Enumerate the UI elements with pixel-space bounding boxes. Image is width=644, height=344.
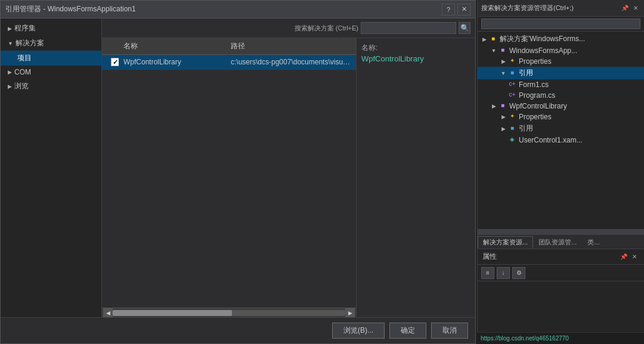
solution-search-bar: [478, 17, 644, 32]
usercontrol-icon: ◈: [507, 136, 517, 144]
sidebar: ▶ 程序集 ▼ 解决方案 项目 ▶ COM ▶ 浏览: [1, 18, 102, 317]
winforms-app-label: WindowsFormsApp...: [509, 47, 577, 55]
usercontrol-label: UserControl1.xam...: [519, 136, 583, 144]
search-box: 搜索解决方案 (Ctrl+E) 🔍: [295, 22, 470, 34]
solution-tree: ▶ ■ 解决方案'WindowsForms... ▼ ■ WindowsForm…: [478, 32, 644, 229]
ok-button[interactable]: 确定: [389, 323, 426, 339]
dialog-body: ▶ 程序集 ▼ 解决方案 项目 ▶ COM ▶ 浏览: [1, 18, 475, 317]
form1-label: Form1.cs: [519, 80, 549, 89]
properties-panel-controls: 📌 ✕: [619, 252, 639, 262]
tab-team[interactable]: 团队资源管...: [533, 236, 582, 249]
solution-node-label: 解决方案'WindowsForms...: [500, 34, 585, 44]
col-header-check: [102, 40, 119, 52]
tree-node-winforms-app[interactable]: ▼ ■ WindowsFormsApp...: [478, 45, 644, 56]
pin-button[interactable]: 📌: [620, 4, 630, 13]
assemblies-arrow: ▶: [8, 26, 12, 32]
panel-controls: 📌 ✕: [620, 4, 640, 13]
program-icon: c+: [507, 91, 517, 100]
solution-explorer-title: 搜索解决方案资源管理器(Ctrl+;): [481, 4, 574, 13]
tree-node-wpflib[interactable]: ▶ ■ WpfControlLibrary: [478, 101, 644, 111]
row-checkbox-cell: [102, 57, 119, 67]
hscroll-right-arrow[interactable]: ▶: [345, 308, 355, 318]
com-arrow: ▶: [8, 69, 12, 75]
properties-panel: 属性 📌 ✕ ≡ ↓ ⚙: [478, 249, 644, 344]
search-icon: 🔍: [460, 24, 469, 32]
form1-icon: c+: [507, 80, 517, 89]
wpflib-arrow: ▶: [490, 103, 498, 109]
hscroll-track[interactable]: [113, 310, 345, 316]
tab-class[interactable]: 类...: [582, 236, 605, 249]
properties2-arrow: ▶: [499, 114, 507, 120]
right-panel-tabs: 解决方案资源... 团队资源管... 类...: [478, 234, 644, 249]
table-area: 名称 路径 WpfControlLibrary c:\users\dcs-pg0…: [102, 38, 475, 317]
browse-arrow: ▶: [8, 83, 12, 89]
references2-label: 引用: [519, 123, 533, 134]
sidebar-item-assemblies[interactable]: ▶ 程序集: [1, 21, 101, 36]
assemblies-label: 程序集: [14, 23, 36, 33]
sidebar-item-com[interactable]: ▶ COM: [1, 66, 101, 79]
bottom-divider: [478, 229, 644, 234]
properties2-icon: ✦: [507, 113, 517, 121]
col-header-name: 名称: [119, 40, 226, 52]
references-label: 引用: [519, 68, 533, 78]
properties-pin-button[interactable]: 📌: [619, 252, 628, 262]
com-label: COM: [14, 68, 31, 76]
sidebar-item-projects[interactable]: 项目: [1, 51, 101, 66]
hscroll-left-arrow[interactable]: ◀: [103, 308, 113, 318]
hscroll-thumb[interactable]: [113, 310, 232, 316]
search-input[interactable]: [361, 22, 456, 34]
tree-node-references[interactable]: ▼ ■ 引用: [478, 67, 644, 79]
references-arrow: ▼: [499, 70, 507, 76]
tree-node-properties2[interactable]: ▶ ✦ Properties: [478, 111, 644, 122]
wpflib-icon: ■: [498, 102, 507, 110]
projects-label: 项目: [17, 53, 32, 63]
table-row[interactable]: WpfControlLibrary c:\users\dcs-pg007\doc…: [102, 55, 356, 70]
solution-node-icon: ■: [488, 35, 498, 44]
url-text: https://blog.csdn.net/q465162770: [481, 335, 569, 342]
browse-label: 浏览: [14, 81, 29, 91]
tree-node-references2[interactable]: ▶ ■ 引用: [478, 122, 644, 135]
table-container: 名称 路径 WpfControlLibrary c:\users\dcs-pg0…: [102, 38, 356, 317]
ref-info-panel: 名称: WpfControlLibrary: [356, 38, 475, 317]
cancel-button[interactable]: 取消: [431, 323, 468, 339]
resize-handle[interactable]: [478, 230, 644, 234]
props-toolbar: ≡ ↓ ⚙: [478, 265, 644, 281]
winforms-app-arrow: ▼: [490, 48, 498, 54]
solution-label: 解决方案: [16, 38, 44, 48]
sidebar-item-browse[interactable]: ▶ 浏览: [1, 79, 101, 94]
tree-node-program[interactable]: c+ Program.cs: [478, 90, 644, 101]
props-settings-btn[interactable]: ⚙: [512, 267, 525, 279]
row-checkbox[interactable]: [111, 58, 119, 66]
hscroll-area: ◀ ▶: [102, 308, 356, 317]
solution-explorer-toolbar: 搜索解决方案资源管理器(Ctrl+;) 📌 ✕: [478, 0, 644, 17]
titlebar-buttons: ? ✕: [442, 4, 470, 16]
tree-node-usercontrol[interactable]: ◈ UserControl1.xam...: [478, 135, 644, 145]
help-button[interactable]: ?: [442, 4, 455, 16]
table-body: WpfControlLibrary c:\users\dcs-pg007\doc…: [102, 55, 356, 308]
ref-info-label: 名称:: [361, 43, 470, 53]
tree-node-properties1[interactable]: ▶ ✦ Properties: [478, 56, 644, 67]
search-button[interactable]: 🔍: [459, 22, 470, 34]
props-sort-btn[interactable]: ↓: [497, 267, 510, 279]
wpflib-label: WpfControlLibrary: [509, 102, 567, 110]
properties2-label: Properties: [519, 113, 552, 121]
browse-button[interactable]: 浏览(B)...: [332, 323, 385, 339]
solution-explorer-panel: 搜索解决方案资源管理器(Ctrl+;) 📌 ✕ ▶ ■ 解决方案'Windows…: [477, 0, 644, 344]
close-button[interactable]: ✕: [457, 4, 470, 16]
tab-solution-explorer[interactable]: 解决方案资源...: [478, 236, 533, 249]
dialog-title: 引用管理器 - WindowsFormsApplication1: [5, 4, 136, 14]
properties-close-button[interactable]: ✕: [630, 252, 639, 262]
program-label: Program.cs: [519, 91, 555, 100]
search-label: 搜索解决方案 (Ctrl+E): [295, 24, 358, 33]
solution-node-arrow: ▶: [480, 36, 488, 42]
references2-icon: ■: [507, 125, 517, 133]
panel-close-button[interactable]: ✕: [631, 4, 640, 13]
tree-node-form1[interactable]: c+ Form1.cs: [478, 79, 644, 90]
table-header: 名称 路径: [102, 38, 356, 55]
tree-node-solution[interactable]: ▶ ■ 解决方案'WindowsForms...: [478, 33, 644, 45]
properties1-icon: ✦: [507, 57, 517, 66]
main-content: 搜索解决方案 (Ctrl+E) 🔍 名称 路径: [102, 18, 475, 317]
sidebar-item-solution[interactable]: ▼ 解决方案: [1, 36, 101, 51]
solution-search-input[interactable]: [481, 18, 640, 29]
props-category-btn[interactable]: ≡: [481, 267, 494, 279]
